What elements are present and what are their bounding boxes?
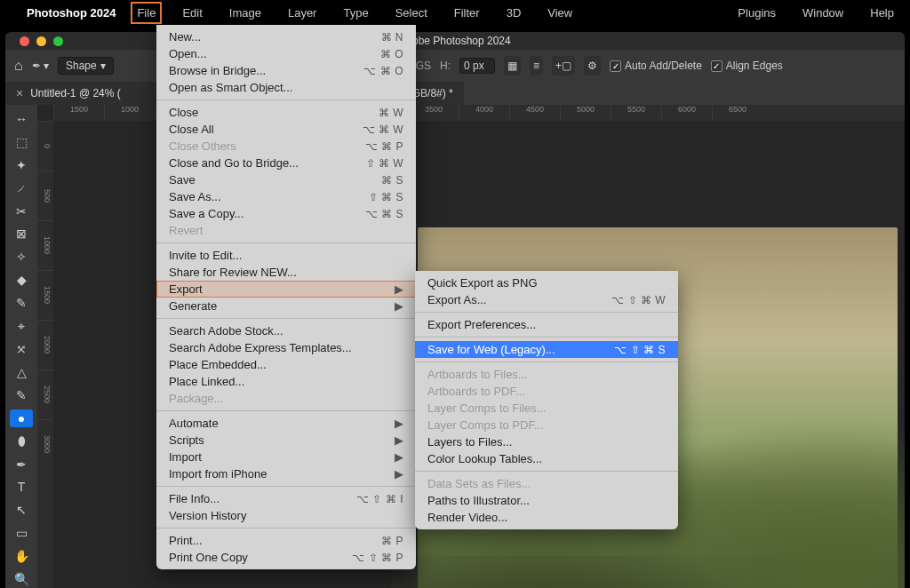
tool-mode-dropdown[interactable]: Shape▾: [58, 57, 114, 75]
menu-item-paths-to-illustrator[interactable]: Paths to Illustrator...: [415, 492, 678, 509]
tool-19[interactable]: ✋: [10, 547, 33, 565]
menu-shortcut: ⌥ ⌘ P: [365, 140, 403, 153]
path-ops-icon[interactable]: +▢: [552, 56, 575, 75]
menu-filter[interactable]: Filter: [449, 3, 485, 23]
menu-item-open[interactable]: Open...⌘ O: [156, 45, 416, 62]
tool-panel: ↔⬚✦⟋✂⊠✧◆✎⌖⤧△✎●⬮✒T↖▭✋🔍: [5, 105, 37, 588]
submenu-arrow-icon: ▶: [395, 417, 403, 430]
menu-shortcut: ⌥ ⇧ ⌘ W: [611, 294, 666, 306]
menu-item-layer-comps-to-files: Layer Comps to Files...: [415, 400, 678, 417]
menu-item-place-linked[interactable]: Place Linked...: [156, 373, 416, 390]
h-field[interactable]: 0 px: [459, 58, 495, 74]
minimize-window-icon[interactable]: [36, 36, 46, 46]
menu-item-color-lookup-tables[interactable]: Color Lookup Tables...: [415, 450, 678, 467]
tool-11[interactable]: △: [10, 363, 33, 381]
menu-item-generate[interactable]: Generate▶: [156, 298, 416, 314]
menu-item-print[interactable]: Print...⌘ P: [156, 532, 416, 549]
menu-item-save-as[interactable]: Save As...⇧ ⌘ S: [156, 188, 416, 205]
menu-item-import-from-iphone[interactable]: Import from iPhone▶: [156, 465, 416, 482]
tool-20[interactable]: 🔍: [10, 570, 33, 588]
pen-tool-icon[interactable]: ✒ ▾: [32, 60, 49, 72]
ruler-tick: 6000: [661, 105, 712, 121]
menu-item-export-as[interactable]: Export As...⌥ ⇧ ⌘ W: [415, 291, 678, 308]
menu-item-export-preferences[interactable]: Export Preferences...: [415, 316, 678, 333]
menu-item-save-for-web-legacy[interactable]: Save for Web (Legacy)...⌥ ⇧ ⌘ S: [415, 341, 678, 358]
ruler-tick: 6500: [712, 105, 762, 121]
menu-item-label: Artboards to PDF...: [427, 385, 525, 398]
align-icon[interactable]: ▦: [504, 56, 521, 75]
distribute-icon[interactable]: ≡: [530, 56, 543, 75]
menu-item-search-adobe-express-templates[interactable]: Search Adobe Express Templates...: [156, 339, 416, 356]
ruler-tick: 0: [37, 121, 53, 171]
tool-0[interactable]: ↔: [10, 110, 33, 128]
tool-13[interactable]: ●: [10, 409, 33, 427]
menu-item-scripts[interactable]: Scripts▶: [156, 432, 416, 449]
menu-item-export[interactable]: Export▶: [156, 281, 416, 298]
close-window-icon[interactable]: [20, 36, 29, 46]
menu-item-layers-to-files[interactable]: Layers to Files...: [415, 433, 678, 450]
tool-8[interactable]: ✎: [10, 294, 33, 312]
tool-7[interactable]: ◆: [10, 271, 33, 289]
tool-17[interactable]: ↖: [10, 501, 33, 519]
tool-4[interactable]: ✂: [10, 203, 33, 220]
close-tab-icon[interactable]: ×: [16, 86, 23, 100]
tool-14[interactable]: ⬮: [10, 433, 33, 450]
menu-view[interactable]: View: [542, 3, 578, 23]
menu-item-label: Open...: [169, 47, 207, 60]
tool-16[interactable]: T: [10, 479, 33, 497]
fullscreen-window-icon[interactable]: [53, 36, 63, 46]
submenu-arrow-icon: ▶: [395, 299, 403, 313]
menu-item-close-and-go-to-bridge[interactable]: Close and Go to Bridge...⇧ ⌘ W: [156, 155, 416, 171]
menu-item-import[interactable]: Import▶: [156, 449, 416, 465]
menu-item-quick-export-as-png[interactable]: Quick Export as PNG: [415, 274, 678, 291]
menu-3d[interactable]: 3D: [501, 3, 527, 23]
menu-item-browse-in-bridge[interactable]: Browse in Bridge...⌥ ⌘ O: [156, 62, 416, 79]
tool-9[interactable]: ⌖: [10, 317, 33, 335]
menu-type[interactable]: Type: [338, 3, 373, 23]
ruler-tick: 1500: [37, 270, 53, 320]
menu-item-place-embedded[interactable]: Place Embedded...: [156, 356, 416, 373]
menu-item-share-for-review-new[interactable]: Share for Review NEW...: [156, 264, 416, 281]
menu-item-layer-comps-to-pdf: Layer Comps to PDF...: [415, 417, 678, 433]
tool-12[interactable]: ✎: [10, 386, 33, 404]
menu-item-version-history[interactable]: Version History: [156, 507, 416, 524]
tool-6[interactable]: ✧: [10, 248, 33, 266]
tool-5[interactable]: ⊠: [10, 226, 33, 243]
align-edges-checkbox[interactable]: Align Edges: [711, 60, 783, 72]
tool-15[interactable]: ✒: [10, 456, 33, 473]
home-icon[interactable]: ⌂: [14, 58, 23, 74]
menu-item-label: Layers to Files...: [427, 435, 512, 449]
menu-plugins[interactable]: Plugins: [732, 3, 781, 23]
menu-help[interactable]: Help: [865, 3, 899, 23]
menu-item-open-as-smart-object[interactable]: Open as Smart Object...: [156, 79, 416, 96]
menu-item-close[interactable]: Close⌘ W: [156, 104, 416, 121]
menu-image[interactable]: Image: [224, 3, 267, 23]
auto-add-delete-checkbox[interactable]: Auto Add/Delete: [610, 60, 702, 72]
menu-item-file-info[interactable]: File Info...⌥ ⇧ ⌘ I: [156, 490, 416, 507]
menu-select[interactable]: Select: [390, 3, 433, 23]
menu-layer[interactable]: Layer: [283, 3, 323, 23]
menu-item-close-all[interactable]: Close All⌥ ⌘ W: [156, 121, 416, 138]
menu-item-search-adobe-stock[interactable]: Search Adobe Stock...: [156, 322, 416, 339]
menu-item-package: Package...: [156, 390, 416, 407]
menu-item-render-video[interactable]: Render Video...: [415, 509, 678, 526]
ruler-tick: 500: [37, 171, 53, 220]
tool-1[interactable]: ⬚: [10, 133, 33, 151]
tool-2[interactable]: ✦: [10, 156, 33, 174]
menu-window[interactable]: Window: [797, 3, 849, 23]
menu-item-save-a-copy[interactable]: Save a Copy...⌥ ⌘ S: [156, 205, 416, 222]
menu-item-new[interactable]: New...⌘ N: [156, 28, 416, 45]
menu-item-label: Import from iPhone: [169, 467, 267, 481]
tool-10[interactable]: ⤧: [10, 340, 33, 358]
menu-edit[interactable]: Edit: [177, 3, 207, 23]
gear-icon[interactable]: ⚙: [584, 56, 601, 75]
menu-item-print-one-copy[interactable]: Print One Copy⌥ ⇧ ⌘ P: [156, 549, 416, 566]
menu-item-automate[interactable]: Automate▶: [156, 415, 416, 432]
app-name[interactable]: Photoshop 2024: [27, 6, 116, 20]
menu-item-save[interactable]: Save⌘ S: [156, 171, 416, 188]
submenu-arrow-icon: ▶: [395, 282, 403, 296]
tool-18[interactable]: ▭: [10, 524, 33, 542]
menu-file[interactable]: File: [132, 3, 161, 23]
menu-item-invite-to-edit[interactable]: Invite to Edit...: [156, 247, 416, 264]
tool-3[interactable]: ⟋: [10, 179, 33, 197]
